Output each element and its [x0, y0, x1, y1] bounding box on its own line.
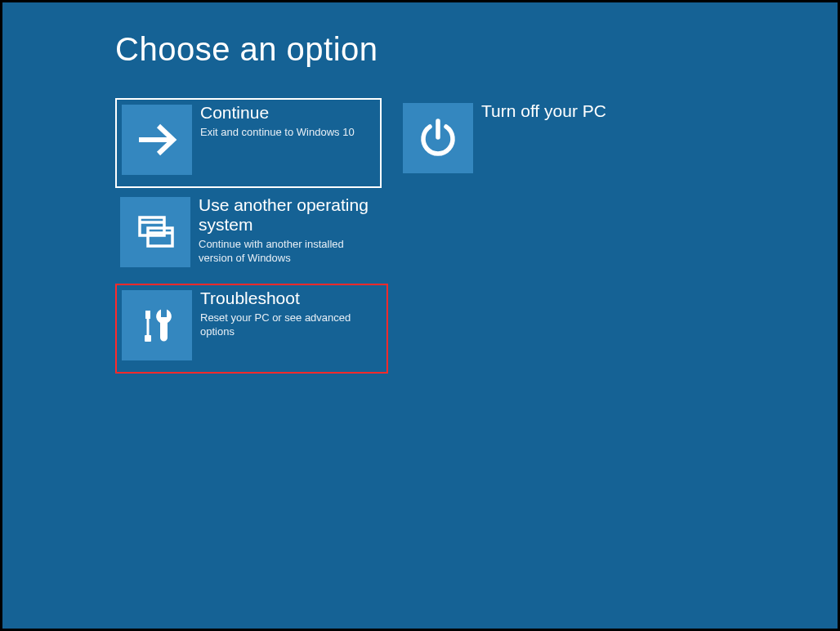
- svg-rect-8: [145, 335, 151, 342]
- poweroff-tile[interactable]: Turn off your PC: [398, 98, 664, 188]
- another-os-desc: Continue with another installed version …: [199, 238, 370, 266]
- poweroff-label: Turn off your PC: [481, 101, 606, 121]
- continue-label: Continue: [200, 103, 355, 123]
- power-icon: [403, 103, 473, 173]
- arrow-right-icon: [122, 105, 192, 175]
- continue-desc: Exit and continue to Windows 10: [200, 126, 355, 140]
- svg-rect-7: [147, 319, 150, 335]
- another-os-tile[interactable]: Use another operating system Continue wi…: [115, 192, 382, 282]
- windows-stack-icon: [120, 197, 190, 267]
- continue-tile[interactable]: Continue Exit and continue to Windows 10: [115, 98, 382, 188]
- recovery-screen: Choose an option Continue Exit and conti…: [0, 0, 840, 631]
- svg-rect-4: [148, 228, 172, 246]
- another-os-label: Use another operating system: [199, 195, 370, 235]
- troubleshoot-tile[interactable]: Troubleshoot Reset your PC or see advanc…: [115, 284, 388, 374]
- troubleshoot-label: Troubleshoot: [200, 289, 372, 308]
- troubleshoot-desc: Reset your PC or see advanced options: [200, 311, 372, 339]
- tools-icon: [122, 290, 192, 360]
- page-title: Choose an option: [115, 31, 378, 68]
- svg-rect-6: [145, 311, 150, 319]
